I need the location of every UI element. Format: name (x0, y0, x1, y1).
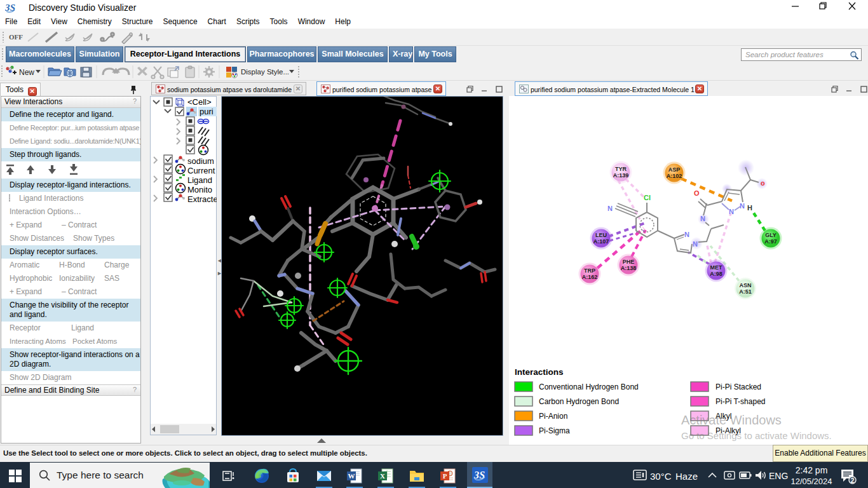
svg-text:PHE: PHE (623, 259, 635, 265)
svg-text:A:107: A:107 (593, 238, 609, 245)
svg-text:TRP: TRP (584, 268, 595, 274)
svg-text:A:139: A:139 (613, 172, 629, 179)
svg-text:MET: MET (710, 264, 723, 271)
svg-text:A:98: A:98 (710, 271, 722, 277)
svg-text:Carbon Hydrogen Bond: Carbon Hydrogen Bond (539, 397, 619, 406)
svg-text:puri: puri (200, 107, 214, 116)
svg-text:N: N (740, 202, 745, 210)
svg-text:P: P (443, 472, 447, 480)
svg-text:A:162: A:162 (582, 274, 598, 280)
svg-text:sodium: sodium (187, 156, 214, 166)
svg-text:ASN: ASN (739, 282, 751, 288)
svg-text:OFF: OFF (9, 33, 23, 41)
svg-text:N: N (684, 231, 689, 238)
svg-text:o: o (761, 179, 765, 187)
svg-text:N: N (607, 205, 613, 212)
svg-text:N: N (700, 215, 705, 222)
svg-text:Pi-Pi Stacked: Pi-Pi Stacked (715, 383, 761, 391)
svg-text:N: N (693, 240, 698, 248)
svg-text:A:97: A:97 (764, 238, 777, 245)
svg-text:Pi-Sigma: Pi-Sigma (539, 426, 570, 435)
svg-text:A:51: A:51 (739, 288, 752, 295)
svg-text:Extracte: Extracte (187, 194, 217, 204)
svg-text:Conventional Hydrogen Bond: Conventional Hydrogen Bond (539, 383, 639, 391)
svg-text:O: O (694, 189, 700, 197)
svg-text:<Cell>: <Cell> (187, 97, 212, 107)
svg-text:W: W (348, 472, 355, 480)
svg-text:Pi-Pi T-shaped: Pi-Pi T-shaped (715, 397, 766, 406)
svg-text:H: H (747, 204, 752, 212)
svg-text:Cl: Cl (644, 194, 651, 201)
svg-text:2: 2 (851, 477, 855, 484)
svg-text:Monito: Monito (187, 185, 212, 194)
svg-text:LEU: LEU (595, 232, 607, 238)
svg-text:Interactions: Interactions (515, 367, 564, 377)
svg-text:TYR: TYR (615, 166, 627, 172)
svg-text:Pi-Anion: Pi-Anion (539, 412, 567, 421)
svg-text:Ligand: Ligand (187, 175, 212, 185)
svg-text:Current: Current (187, 166, 215, 175)
svg-text:GLY: GLY (765, 232, 776, 238)
svg-text:A:138: A:138 (621, 265, 637, 271)
svg-text:ASP: ASP (668, 166, 681, 173)
svg-text:N: N (729, 208, 734, 215)
svg-text:X: X (380, 472, 385, 480)
svg-text:A:102: A:102 (667, 173, 682, 179)
